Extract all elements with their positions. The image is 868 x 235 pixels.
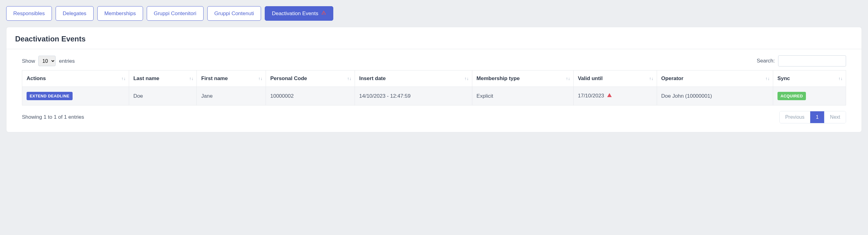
tab-responsibles[interactable]: Responsibles <box>6 6 52 21</box>
col-last-name[interactable]: Last name ↑↓ <box>129 70 197 87</box>
page-previous[interactable]: Previous <box>780 111 810 123</box>
entries-label: entries <box>59 58 75 64</box>
entries-select[interactable]: 10 <box>38 56 56 66</box>
deactivation-events-table: Actions ↑↓ Last name ↑↓ First name ↑↓ Pe… <box>22 70 846 106</box>
col-insert-date[interactable]: Insert date ↑↓ <box>354 70 472 87</box>
extend-deadline-button[interactable]: EXTEND DEADLINE <box>27 92 72 100</box>
col-operator[interactable]: Operator ↑↓ <box>657 70 773 87</box>
sort-icon: ↑↓ <box>347 76 351 81</box>
tab-deactivation-events[interactable]: Deactivation Events <box>265 6 333 21</box>
warning-icon <box>607 93 612 99</box>
pagination: Previous 1 Next <box>779 111 846 123</box>
tab-label: Deactivation Events <box>272 10 318 17</box>
panel-title: Deactivation Events <box>6 27 862 49</box>
col-membership-type[interactable]: Membership type ↑↓ <box>472 70 573 87</box>
col-valid-until[interactable]: Valid until ↑↓ <box>573 70 657 87</box>
col-sync[interactable]: Sync ↑↓ <box>773 70 846 87</box>
cell-insert-date: 14/10/2023 - 12:47:59 <box>354 87 472 106</box>
tab-memberships[interactable]: Memberships <box>97 6 143 21</box>
cell-personal-code: 10000002 <box>266 87 354 106</box>
tab-gruppi-contenitori[interactable]: Gruppi Contenitori <box>147 6 204 21</box>
table-footer: Showing 1 to 1 of 1 entries Previous 1 N… <box>6 106 862 132</box>
table-row: EXTEND DEADLINE Doe Jane 10000002 14/10/… <box>22 87 846 106</box>
tab-delegates[interactable]: Delegates <box>56 6 94 21</box>
table-controls: Show 10 entries Search: <box>6 49 862 70</box>
cell-valid-until: 17/10/2023 <box>573 87 657 106</box>
page-next[interactable]: Next <box>824 111 846 123</box>
sync-badge: ACQUIRED <box>777 92 806 100</box>
col-first-name[interactable]: First name ↑↓ <box>197 70 266 87</box>
search-input[interactable] <box>778 55 846 66</box>
sort-icon: ↑↓ <box>121 76 126 81</box>
cell-operator: Doe John (10000001) <box>657 87 773 106</box>
sort-icon: ↑↓ <box>189 76 193 81</box>
table-info: Showing 1 to 1 of 1 entries <box>22 114 84 120</box>
show-label: Show <box>22 58 35 64</box>
sort-icon: ↑↓ <box>838 76 843 81</box>
entries-length-control: Show 10 entries <box>22 56 75 66</box>
sort-icon: ↑↓ <box>766 76 770 81</box>
search-control: Search: <box>757 55 846 66</box>
deactivation-events-panel: Deactivation Events Show 10 entries Sear… <box>6 27 862 133</box>
tab-gruppi-contenuti[interactable]: Gruppi Contenuti <box>207 6 261 21</box>
sort-icon: ↑↓ <box>465 76 469 81</box>
sort-icon: ↑↓ <box>258 76 262 81</box>
col-actions[interactable]: Actions ↑↓ <box>22 70 129 87</box>
page-1[interactable]: 1 <box>810 111 824 123</box>
cell-last-name: Doe <box>129 87 197 106</box>
col-personal-code[interactable]: Personal Code ↑↓ <box>266 70 354 87</box>
warning-icon <box>321 10 326 17</box>
cell-first-name: Jane <box>197 87 266 106</box>
sort-icon: ↑↓ <box>649 76 654 81</box>
cell-membership-type: Explicit <box>472 87 573 106</box>
search-label: Search: <box>757 58 775 64</box>
sort-icon: ↑↓ <box>566 76 570 81</box>
tabs: Responsibles Delegates Memberships Grupp… <box>6 6 862 21</box>
